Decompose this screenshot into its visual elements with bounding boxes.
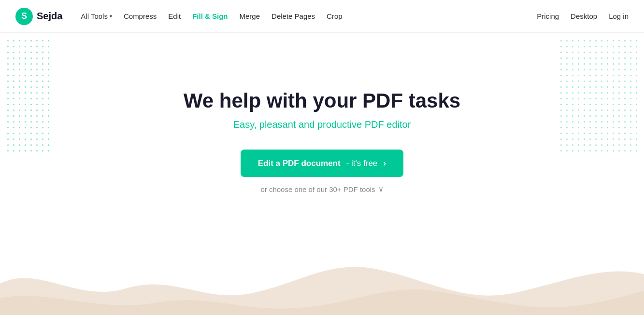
dots-decoration-right — [558, 38, 639, 153]
wave-popular-section: POPULAR — [0, 235, 644, 315]
nav-compress[interactable]: Compress — [119, 9, 161, 23]
main-header: S Sejda All Tools ▾ Compress Edit Fill &… — [0, 0, 644, 33]
nav-fill-sign[interactable]: Fill & Sign — [187, 9, 232, 23]
logo-icon: S — [15, 8, 33, 25]
nav-pricing[interactable]: Pricing — [537, 12, 559, 20]
logo-text: Sejda — [37, 11, 62, 22]
nav-edit[interactable]: Edit — [163, 9, 186, 23]
header-left: S Sejda All Tools ▾ Compress Edit Fill &… — [15, 8, 347, 25]
nav-all-tools[interactable]: All Tools ▾ — [76, 9, 117, 23]
chevron-down-icon: ▾ — [110, 14, 112, 19]
hero-subtitle: Easy, pleasant and productive PDF editor — [233, 119, 411, 130]
cta-edit-pdf-button[interactable]: Edit a PDF document - it's free › — [241, 150, 404, 177]
nav-delete-pages[interactable]: Delete Pages — [267, 9, 320, 23]
secondary-cta[interactable]: or choose one of our 30+ PDF tools ∨ — [260, 185, 383, 193]
main-nav: All Tools ▾ Compress Edit Fill & Sign Me… — [76, 9, 347, 23]
cta-bold-text: Edit a PDF document — [258, 159, 341, 168]
hero-title: We help with your PDF tasks — [184, 89, 460, 112]
header-right: Pricing Desktop Log in — [537, 12, 629, 20]
dots-decoration-left — [5, 38, 51, 153]
nav-crop[interactable]: Crop — [322, 9, 347, 23]
logo-link[interactable]: S Sejda — [15, 8, 62, 25]
nav-login[interactable]: Log in — [609, 12, 629, 20]
cta-normal-text: - it's free — [346, 159, 378, 168]
nav-desktop[interactable]: Desktop — [571, 12, 597, 20]
chevron-down-secondary-icon: ∨ — [378, 185, 384, 193]
hero-section: We help with your PDF tasks Easy, pleasa… — [0, 33, 644, 221]
wave-svg — [0, 235, 644, 315]
nav-merge[interactable]: Merge — [235, 9, 265, 23]
chevron-right-icon: › — [383, 158, 386, 168]
